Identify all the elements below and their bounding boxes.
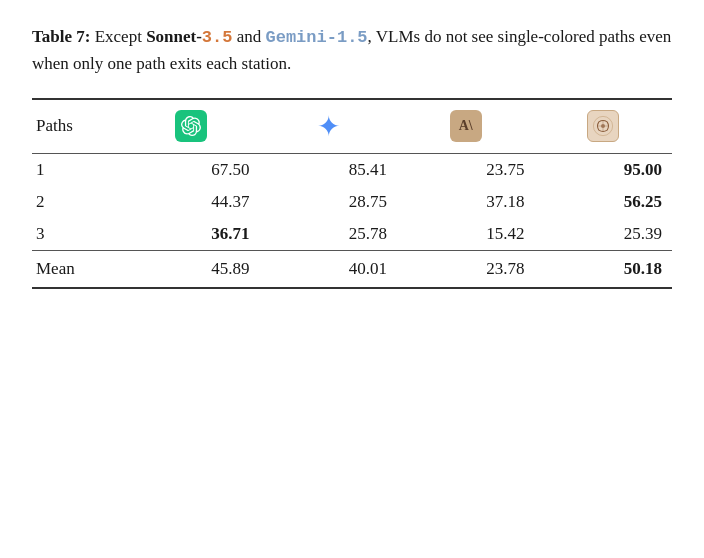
caption-and: and (232, 27, 265, 46)
gpt-icon (175, 110, 207, 142)
table-caption: Table 7: Except Sonnet-3.5 and Gemini-1.… (32, 24, 672, 78)
cell-reka: 56.25 (535, 186, 673, 218)
mean-row: Mean 45.89 40.01 23.78 50.18 (32, 250, 672, 288)
table-row: 3 36.71 25.78 15.42 25.39 (32, 218, 672, 251)
cell-claude: 37.18 (397, 186, 535, 218)
cell-gemini: 25.78 (260, 218, 398, 251)
cell-gpt: 67.50 (122, 153, 260, 186)
gemini-icon: ✦ (317, 111, 340, 142)
caption-label: Table 7: (32, 27, 90, 46)
cell-path: 1 (32, 153, 122, 186)
table-row: 1 67.50 85.41 23.75 95.00 (32, 153, 672, 186)
caption-sonnet: Sonnet-3.5 (146, 27, 232, 46)
col-header-gemini: ✦ (260, 99, 398, 154)
reka-icon (587, 110, 619, 142)
cell-path: 2 (32, 186, 122, 218)
cell-mean-gpt: 45.89 (122, 250, 260, 288)
cell-gemini: 28.75 (260, 186, 398, 218)
col-header-claude: A\ (397, 99, 535, 154)
table-header-row: Paths ✦ A\ (32, 99, 672, 154)
cell-mean-reka: 50.18 (535, 250, 673, 288)
cell-gemini: 85.41 (260, 153, 398, 186)
cell-claude: 15.42 (397, 218, 535, 251)
cell-reka: 25.39 (535, 218, 673, 251)
col-header-reka (535, 99, 673, 154)
cell-path: 3 (32, 218, 122, 251)
claude-icon: A\ (450, 110, 482, 142)
col-header-gpt (122, 99, 260, 154)
cell-claude: 23.75 (397, 153, 535, 186)
col-header-paths: Paths (32, 99, 122, 154)
cell-mean-label: Mean (32, 250, 122, 288)
cell-mean-claude: 23.78 (397, 250, 535, 288)
table-row: 2 44.37 28.75 37.18 56.25 (32, 186, 672, 218)
cell-gpt: 44.37 (122, 186, 260, 218)
caption-gemini: Gemini-1.5 (266, 28, 368, 47)
cell-reka: 95.00 (535, 153, 673, 186)
cell-gpt: 36.71 (122, 218, 260, 251)
caption-text-before: Except (90, 27, 146, 46)
table-container: Paths ✦ A\ (32, 98, 672, 289)
sonnet-version: 3.5 (202, 28, 233, 47)
cell-mean-gemini: 40.01 (260, 250, 398, 288)
data-table: Paths ✦ A\ (32, 98, 672, 289)
svg-point-1 (601, 124, 605, 128)
